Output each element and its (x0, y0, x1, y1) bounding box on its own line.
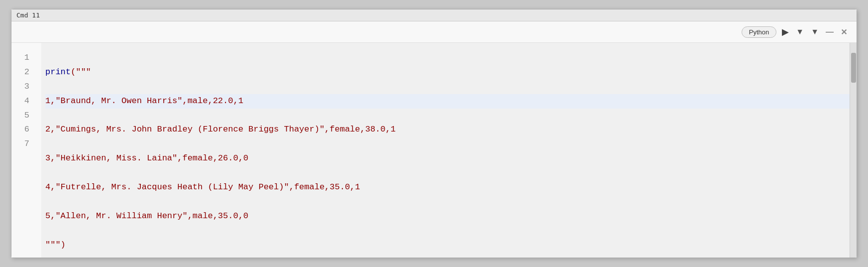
line-num-7: 7 (11, 137, 33, 151)
editor-area: 1 2 3 4 5 6 7 print(""" 1,"Braund, Mr. O… (11, 43, 857, 258)
title-label: Cmd 11 (16, 11, 40, 19)
code-line-2: 1,"Braund, Mr. Owen Harris",male,22.0,1 (45, 94, 850, 109)
code-line-4: 3,"Heikkinen, Miss. Laina",female,26.0,0 (45, 151, 850, 166)
toolbar: Python ▶ ▼ ▼ — ✕ (11, 21, 857, 43)
line-num-2: 2 (11, 65, 33, 80)
code-line-3: 2,"Cumings, Mrs. John Bradley (Florence … (45, 123, 850, 137)
code-window: Cmd 11 Python ▶ ▼ ▼ — ✕ 1 2 3 4 5 6 7 pr… (11, 9, 857, 258)
line-num-4: 4 (11, 94, 33, 109)
scrollbar[interactable] (850, 43, 857, 258)
scroll-down-icon[interactable]: ▼ (809, 26, 820, 37)
run-icon[interactable]: ▶ (780, 25, 790, 38)
code-line-5: 4,"Futrelle, Mrs. Jacques Heath (Lily Ma… (45, 180, 850, 195)
line-num-6: 6 (11, 123, 33, 137)
title-bar: Cmd 11 (11, 9, 857, 21)
code-line-6: 5,"Allen, Mr. William Henry",male,35.0,0 (45, 209, 850, 224)
close-icon[interactable]: ✕ (839, 26, 849, 38)
scrollbar-thumb[interactable] (851, 53, 856, 83)
minimize-icon[interactable]: — (824, 26, 835, 37)
code-line-7: """) (45, 238, 850, 253)
line-numbers: 1 2 3 4 5 6 7 (11, 43, 41, 258)
line-num-5: 5 (11, 109, 33, 123)
code-editor[interactable]: print(""" 1,"Braund, Mr. Owen Harris",ma… (41, 43, 850, 258)
dropdown-icon[interactable]: ▼ (794, 26, 805, 37)
language-button[interactable]: Python (742, 26, 776, 38)
code-line-1: print(""" (45, 65, 850, 80)
line-num-1: 1 (11, 51, 33, 65)
line-num-3: 3 (11, 80, 33, 94)
